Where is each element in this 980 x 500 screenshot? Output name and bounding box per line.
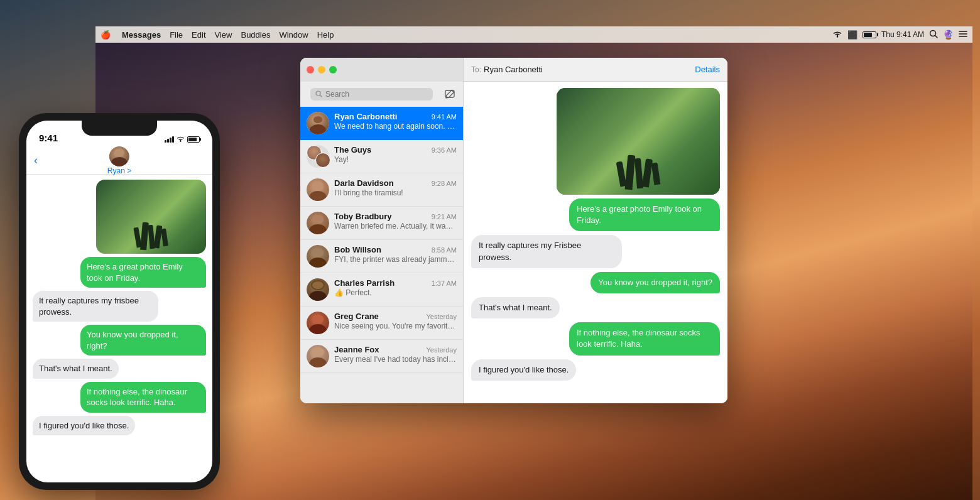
- messages-window: Ryan Carbonetti 9:41 AM We need to hang …: [300, 58, 727, 403]
- conversation-body: Charles Parrish 1:37 AM 👍 Perfect.: [334, 278, 457, 297]
- menu-view[interactable]: View: [215, 30, 232, 40]
- conversation-item[interactable]: Darla Davidson 9:28 AM I'll bring the ti…: [300, 173, 463, 207]
- conversation-item[interactable]: Toby Bradbury 9:21 AM Warren briefed me.…: [300, 207, 463, 240]
- conv-preview: Yay!: [334, 155, 457, 164]
- avatar: [307, 345, 329, 367]
- avatar: [307, 112, 329, 134]
- conv-name: Greg Crane: [334, 312, 379, 321]
- to-label: To:: [471, 65, 481, 74]
- conversation-item[interactable]: Ryan Carbonetti 9:41 AM We need to hang …: [300, 107, 463, 140]
- conv-preview: Nice seeing you. You're my favorite pers…: [334, 322, 457, 330]
- conv-time: 1:37 AM: [432, 280, 457, 287]
- search-icon: [315, 90, 322, 99]
- conversation-item[interactable]: Jeanne Fox Yesterday Every meal I've had…: [300, 340, 463, 373]
- iphone-wifi-icon: [177, 136, 185, 143]
- iphone-device: 9:41: [19, 113, 220, 490]
- contact-name: Ryan >: [107, 166, 131, 175]
- iphone-bubble: Here's a great photo Emily took on Frida…: [80, 257, 206, 288]
- chat-message-list: Here's a great photo Emily took on Frida…: [464, 82, 727, 403]
- conversation-body: Jeanne Fox Yesterday Every meal I've had…: [334, 345, 457, 364]
- conversation-item[interactable]: Bob Willson 8:58 AM FYI, the printer was…: [300, 240, 463, 273]
- conversation-body: Toby Bradbury 9:21 AM Warren briefed me.…: [334, 212, 457, 231]
- close-button[interactable]: [307, 66, 314, 73]
- svg-line-7: [320, 95, 322, 97]
- conversation-body: Greg Crane Yesterday Nice seeing you. Yo…: [334, 312, 457, 330]
- back-button[interactable]: ‹: [34, 154, 38, 167]
- conv-name: Charles Parrish: [334, 278, 395, 288]
- menubar-right: ⬛ Thu 9:41 AM 🔮: [832, 30, 967, 40]
- contact-header[interactable]: Ryan >: [107, 146, 131, 175]
- spotlight-icon[interactable]: [929, 30, 938, 40]
- notificationcenter-icon[interactable]: [959, 30, 967, 40]
- menu-file[interactable]: File: [170, 30, 183, 40]
- menubar: 🍎 Messages File Edit View Buddies Window…: [95, 26, 972, 43]
- message-bubble: I figured you'd like those.: [471, 359, 576, 381]
- conversation-body: Ryan Carbonetti 9:41 AM We need to hang …: [334, 112, 457, 131]
- compose-button[interactable]: [442, 86, 458, 102]
- recipient-name: Ryan Carbonetti: [484, 65, 543, 74]
- conv-name: Darla Davidson: [334, 178, 394, 188]
- conv-preview: We need to hang out again soon. Don't be…: [334, 122, 457, 131]
- search-row: [300, 82, 463, 107]
- conv-preview: FYI, the printer was already jammed when…: [334, 255, 457, 264]
- conv-time: Yesterday: [426, 313, 457, 320]
- iphone-bubble: You know you dropped it, right?: [80, 325, 206, 356]
- menubar-time: Thu 9:41 AM: [881, 30, 924, 39]
- app-name-menu[interactable]: Messages: [122, 30, 161, 40]
- svg-point-9: [180, 141, 182, 142]
- menu-help[interactable]: Help: [317, 30, 334, 40]
- message-bubble: That's what I meant.: [471, 297, 560, 318]
- avatar: [307, 278, 329, 301]
- messages-sidebar: Ryan Carbonetti 9:41 AM We need to hang …: [300, 58, 464, 403]
- apple-menu[interactable]: 🍎: [101, 30, 111, 40]
- conv-time: 9:21 AM: [432, 213, 457, 220]
- search-bar[interactable]: [310, 88, 433, 101]
- wifi-icon: [832, 30, 842, 40]
- chat-panel: To: Ryan Carbonetti Details: [464, 58, 727, 403]
- menu-edit[interactable]: Edit: [192, 30, 205, 40]
- menu-window[interactable]: Window: [279, 30, 308, 40]
- conv-time: Yesterday: [426, 346, 457, 354]
- conv-name: Ryan Carbonetti: [334, 112, 397, 121]
- message-bubble: You know you dropped it, right?: [591, 272, 720, 293]
- conv-time: 9:41 AM: [432, 113, 457, 121]
- message-bubble: Here's a great photo Emily took on Frida…: [569, 198, 720, 231]
- message-bubble: If nothing else, the dinosaur socks look…: [569, 322, 720, 355]
- siri-icon[interactable]: 🔮: [943, 30, 954, 40]
- maximize-button[interactable]: [329, 66, 337, 73]
- iphone-message-list: Here's a great photo Emily took on Frida…: [26, 175, 212, 440]
- avatar: [307, 178, 329, 201]
- battery-icon: [863, 31, 876, 38]
- search-input[interactable]: [325, 90, 428, 99]
- conv-name: Bob Willson: [334, 245, 381, 254]
- conv-preview: 👍 Perfect.: [334, 288, 457, 297]
- conv-time: 9:28 AM: [432, 180, 457, 187]
- conv-preview: Every meal I've had today has included b…: [334, 355, 457, 364]
- conversation-item[interactable]: Greg Crane Yesterday Nice seeing you. Yo…: [300, 307, 463, 340]
- iphone-notch: [82, 121, 157, 136]
- conv-time: 8:58 AM: [432, 246, 457, 254]
- iphone-battery-icon: [187, 136, 200, 143]
- avatar: [307, 212, 329, 234]
- conversation-body: Bob Willson 8:58 AM FYI, the printer was…: [334, 245, 457, 264]
- conversation-item[interactable]: The Guys 9:36 AM Yay!: [300, 140, 463, 173]
- airplay-icon[interactable]: ⬛: [847, 30, 858, 40]
- avatar: [307, 245, 329, 268]
- conv-time: 9:36 AM: [432, 146, 457, 154]
- conversation-list: Ryan Carbonetti 9:41 AM We need to hang …: [300, 107, 463, 403]
- conv-preview: I'll bring the tiramisu!: [334, 188, 457, 197]
- minimize-button[interactable]: [318, 66, 325, 73]
- menu-buddies[interactable]: Buddies: [241, 30, 270, 40]
- iphone-nav: ‹ Ryan >: [26, 147, 212, 175]
- conversation-item[interactable]: Charles Parrish 1:37 AM 👍 Perfect.: [300, 273, 463, 307]
- svg-line-2: [935, 35, 938, 38]
- iphone-bubble: That's what I meant.: [33, 359, 119, 379]
- details-button[interactable]: Details: [695, 65, 720, 74]
- iphone-bubble: I figured you'd like those.: [33, 416, 135, 436]
- avatar: [307, 312, 329, 334]
- conv-name: The Guys: [334, 145, 371, 155]
- window-titlebar: [300, 58, 463, 82]
- iphone-status-icons: [165, 136, 200, 143]
- conversation-body: Darla Davidson 9:28 AM I'll bring the ti…: [334, 178, 457, 197]
- svg-point-0: [837, 36, 838, 37]
